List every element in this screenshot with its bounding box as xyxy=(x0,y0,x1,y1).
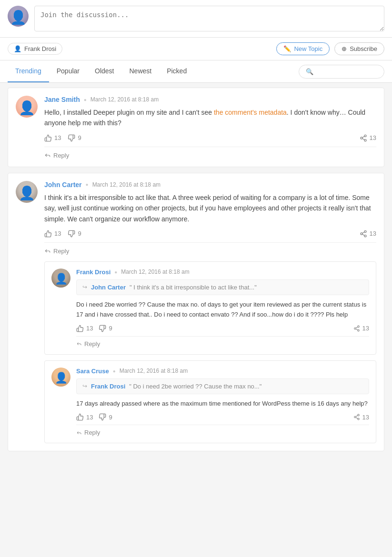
thumbs-up-icon xyxy=(44,134,52,142)
subscribe-icon: ⊕ xyxy=(342,45,347,52)
john-comment-body: John Carter ● March 12, 2016 at 8:18 am … xyxy=(44,181,376,444)
jane-avatar: 👤 xyxy=(16,96,38,118)
sara-quote-author: Frank Drosi xyxy=(91,383,125,390)
jane-comment-text: Hello, I installed Deeper plugin on my s… xyxy=(44,107,376,129)
frank-reply-body: Frank Drosi ● March 12, 2016 at 8:18 am … xyxy=(76,269,369,348)
sara-share-btn[interactable]: 13 xyxy=(353,414,369,421)
tab-newest[interactable]: Newest xyxy=(121,60,159,82)
dot-2: ● xyxy=(86,182,89,187)
thumbs-down-icon xyxy=(68,134,75,142)
svg-line-14 xyxy=(356,327,358,328)
tabs-bar: Trending Popular Oldest Newest Picked 🔍 xyxy=(0,60,392,83)
frank-reply-btn[interactable]: Reply xyxy=(76,340,369,348)
tab-picked[interactable]: Picked xyxy=(159,60,194,82)
svg-line-13 xyxy=(356,328,358,329)
subscribe-button[interactable]: ⊕ Subscribe xyxy=(334,42,384,55)
sara-reply-btn[interactable]: Reply xyxy=(76,429,369,436)
sara-like-btn[interactable]: 13 xyxy=(76,413,93,421)
frank-reply-date: March 12, 2016 at 8:18 am xyxy=(121,269,189,275)
share-icon xyxy=(353,414,360,420)
jane-dislike-btn[interactable]: 9 xyxy=(68,134,81,142)
reply-item: 👤 Sara Cruse ● March 12, 2016 at 8:18 am… xyxy=(44,360,376,444)
sara-reply-author: Sara Cruse xyxy=(76,368,109,375)
share-icon xyxy=(360,134,367,142)
jane-comment-body: Jane Smith ● March 12, 2016 at 8:18 am H… xyxy=(44,96,376,159)
john-like-btn[interactable]: 13 xyxy=(44,230,61,238)
jane-share-btn[interactable]: 13 xyxy=(360,134,376,142)
frank-quote-text: " I think it's a bit irresponsible to ac… xyxy=(130,284,257,291)
svg-point-0 xyxy=(364,135,366,137)
frank-share-btn[interactable]: 13 xyxy=(353,325,369,332)
share-icon xyxy=(360,230,367,238)
thumbs-up-icon xyxy=(76,413,84,421)
compose-area: 👤 xyxy=(0,0,392,38)
new-topic-label: New Topic xyxy=(294,45,322,52)
svg-point-11 xyxy=(354,328,356,329)
tab-popular[interactable]: Popular xyxy=(49,60,87,82)
frank-quote-author: John Carter xyxy=(91,284,126,291)
john-avatar: 👤 xyxy=(16,181,38,203)
john-reply-divider: Reply xyxy=(44,242,376,255)
tabs-list: Trending Popular Oldest Newest Picked xyxy=(8,60,194,82)
nested-replies: 👤 Frank Drosi ● March 12, 2016 at 8:18 a… xyxy=(44,261,376,443)
john-share-btn[interactable]: 13 xyxy=(360,230,376,238)
thumbs-up-icon xyxy=(76,325,84,332)
sara-dislike-btn[interactable]: 9 xyxy=(99,413,112,421)
thumbs-down-icon xyxy=(99,413,106,421)
john-actions: 13 9 13 xyxy=(44,230,376,238)
compose-input[interactable] xyxy=(34,6,384,31)
john-dislike-btn[interactable]: 9 xyxy=(68,230,81,238)
sara-reply-header: Sara Cruse ● March 12, 2016 at 8:18 am xyxy=(76,368,369,375)
new-topic-button[interactable]: ✏️ New Topic xyxy=(276,42,330,55)
search-icon: 🔍 xyxy=(306,68,313,75)
thumbs-up-icon xyxy=(44,230,52,238)
svg-point-6 xyxy=(361,233,362,235)
john-reply-btn[interactable]: Reply xyxy=(44,248,376,255)
user-actions: ✏️ New Topic ⊕ Subscribe xyxy=(276,42,384,55)
jane-comment-header: Jane Smith ● March 12, 2016 at 8:18 am xyxy=(44,96,376,103)
dot-4: ● xyxy=(113,368,116,374)
frank-reply-actions: 13 9 13 xyxy=(76,325,369,332)
sara-reply-divider: Reply xyxy=(76,425,369,436)
current-user-label[interactable]: 👤 Frank Drosi xyxy=(8,43,62,55)
sara-reply-text: 17 days already passed where as the maxi… xyxy=(76,399,369,409)
sara-reply-date: March 12, 2016 at 8:18 am xyxy=(120,368,188,374)
reply-icon xyxy=(76,341,82,347)
user-bar: 👤 Frank Drosi ✏️ New Topic ⊕ Subscribe xyxy=(0,38,392,60)
thumbs-down-icon xyxy=(99,325,106,332)
jane-reply-divider: Reply xyxy=(44,147,376,159)
jane-date: March 12, 2016 at 8:18 am xyxy=(90,96,159,103)
comment-item: 👤 Jane Smith ● March 12, 2016 at 8:18 am… xyxy=(8,88,384,167)
search-box[interactable]: 🔍 xyxy=(299,65,384,79)
sara-reply-avatar: 👤 xyxy=(51,368,70,387)
dot-3: ● xyxy=(114,269,117,275)
comments-list: 👤 Jane Smith ● March 12, 2016 at 8:18 am… xyxy=(0,83,392,462)
edit-icon: ✏️ xyxy=(283,45,291,52)
john-author: John Carter xyxy=(44,181,82,189)
quote-arrow-icon: ↪ xyxy=(82,284,87,290)
jane-like-btn[interactable]: 13 xyxy=(44,134,61,142)
frank-reply-text: Do i need 2be worried ?? Cause the max n… xyxy=(76,300,369,320)
tab-trending[interactable]: Trending xyxy=(8,60,49,82)
share-icon xyxy=(353,325,360,332)
svg-point-16 xyxy=(354,417,356,418)
jane-reply-btn[interactable]: Reply xyxy=(44,152,376,159)
svg-line-9 xyxy=(362,232,364,233)
frank-reply-divider: Reply xyxy=(76,336,369,348)
frank-like-btn[interactable]: 13 xyxy=(76,325,93,332)
svg-point-5 xyxy=(364,230,366,232)
john-comment-text: I think it's a bit irresponsible to act … xyxy=(44,192,376,224)
comment-item: 👤 John Carter ● March 12, 2016 at 8:18 a… xyxy=(8,173,384,452)
svg-line-4 xyxy=(362,136,364,138)
sara-quote-block: ↪ Frank Drosi " Do i need 2be worried ??… xyxy=(76,378,369,394)
svg-point-1 xyxy=(361,137,362,139)
highlight-text: the comment's metadata xyxy=(214,109,287,116)
svg-point-12 xyxy=(357,329,359,331)
sara-reply-body: Sara Cruse ● March 12, 2016 at 8:18 am ↪… xyxy=(76,368,369,437)
thumbs-down-icon xyxy=(68,230,75,238)
svg-point-10 xyxy=(357,326,359,328)
user-icon: 👤 xyxy=(14,45,21,52)
frank-dislike-btn[interactable]: 9 xyxy=(99,325,112,332)
tab-oldest[interactable]: Oldest xyxy=(87,60,121,82)
sara-quote-text: " Do i need 2be worried ?? Cause the max… xyxy=(129,383,261,390)
